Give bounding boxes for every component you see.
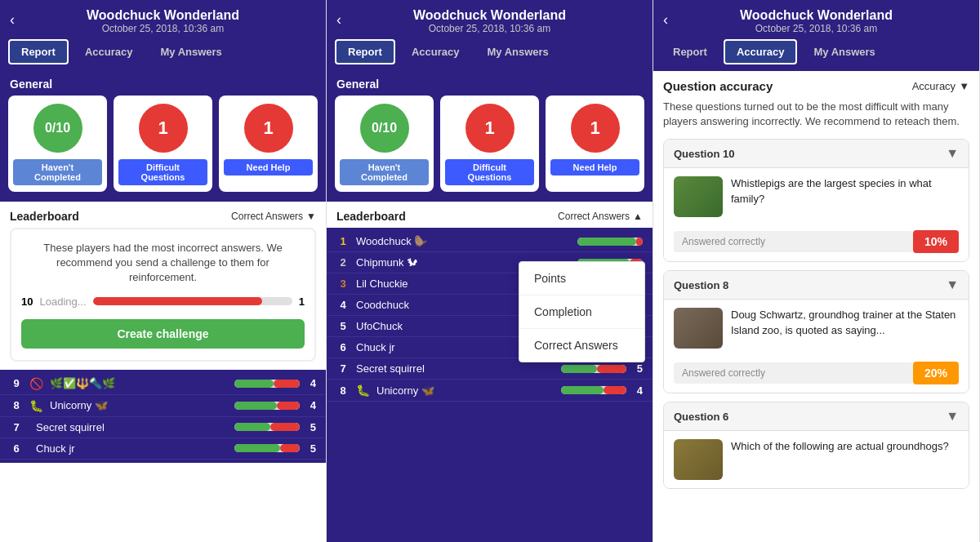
loading-row-1: 10 Loading... 1 [21,295,305,308]
panel3-header: ‹ Woodchuck Wonderland October 25, 2018,… [653,0,979,39]
bar-red-1 [636,238,643,246]
bar-red-8 [604,386,626,394]
tab-accuracy-2[interactable]: Accuracy [400,39,471,64]
panel1-header: ‹ Woodchuck Wonderland October 25, 2018,… [0,0,326,39]
label-needhelp-1: Need Help [224,159,313,175]
stats-row-1: 0/10 Haven't Completed 1 Difficult Quest… [0,96,326,202]
accuracy-section: Question accuracy Accuracy ▼ These quest… [653,71,979,505]
question-body-8: Doug Schwartz, groundhog trainer at the … [664,300,969,357]
leaderboard-header-2: Leaderboard Correct Answers ▲ [327,202,653,228]
table-row: 6 Chuck jr 5 [0,438,326,460]
create-challenge-btn-1[interactable]: Create challenge [21,319,305,349]
panel1-tabs: Report Accuracy My Answers [0,39,326,71]
question-body-10: Whistlepigs are the largest species in w… [664,168,969,225]
bar-green-6-1 [234,444,280,452]
sort-dropdown: Points Completion Correct Answers [519,261,645,362]
rank-3: 3 [336,278,350,290]
circle-difficult-2: 1 [466,104,514,153]
chevron-down-icon-6[interactable]: ▼ [946,409,959,424]
question-text-6: Which of the following are actual ground… [731,439,959,480]
tab-myanswers-2[interactable]: My Answers [475,39,559,64]
bar-red-7 [597,365,626,373]
back-arrow-2[interactable]: ‹ [336,11,341,29]
accuracy-title: Question accuracy [663,79,773,93]
rank-6: 6 [336,341,350,353]
accuracy-desc: These questions turned out to be the mos… [663,100,969,129]
stat-needhelp-2: 1 Need Help [546,96,644,192]
filter-label: Accuracy [912,80,956,92]
tab-accuracy-3[interactable]: Accuracy [724,39,798,64]
score-7-1: 5 [305,421,316,433]
tab-report-1[interactable]: Report [8,39,69,64]
bar-stack-7-1 [234,423,300,431]
bar-red-6-1 [280,444,300,452]
dropdown-item-correct[interactable]: Correct Answers [519,329,644,362]
sort-label-2: Correct Answers [558,211,630,222]
panel3-title: Woodchuck Wonderland [653,8,979,23]
rank-6-1: 6 [10,442,23,455]
tab-myanswers-3[interactable]: My Answers [802,39,886,64]
circle-havent-text-2: 0/10 [372,121,397,136]
bar-red-7-1 [270,423,300,431]
player-name-7: Secret squirrel [356,362,555,375]
sort-icon-1: ▼ [306,211,316,222]
bar-stack-8 [561,386,626,394]
filter-chevron-icon: ▼ [959,80,969,92]
leaderboard-title-1: Leaderboard [10,210,79,223]
bar-8-1: 4 [234,399,316,411]
question-num-10: Question 10 [674,148,734,160]
circle-difficult-1: 1 [139,104,188,153]
bar-green-8-1 [234,402,277,410]
bar-7-1: 5 [234,421,316,433]
question-text-8: Doug Schwartz, groundhog trainer at the … [731,308,959,349]
rank-9: 9 [10,377,23,389]
accuracy-filter[interactable]: Accuracy ▼ [912,80,969,92]
leaderboard-title-2: Leaderboard [336,210,406,223]
question-img-6 [674,439,723,480]
sort-btn-1[interactable]: Correct Answers ▼ [231,211,316,222]
progress-bar-1 [93,297,292,305]
back-arrow-1[interactable]: ‹ [10,11,15,29]
bar-red-8-1 [277,402,300,410]
question-card-10: Question 10 ▼ Whistlepigs are the larges… [663,139,969,262]
dropdown-item-completion[interactable]: Completion [519,295,644,329]
rank-7-1: 7 [10,421,23,433]
panel2-subtitle: October 25, 2018, 10:36 am [327,23,653,34]
dropdown-item-points[interactable]: Points [519,262,644,295]
chevron-down-icon-10[interactable]: ▼ [946,146,959,161]
bar-9: 4 [234,377,316,389]
sort-label-1: Correct Answers [231,211,303,222]
question-num-6: Question 6 [674,411,728,423]
bar-green-7-1 [234,423,270,431]
player-icon-8-1: 🐛 [29,399,43,412]
player-name-8-1: Unicorny 🦋 [50,399,228,411]
panel1-title: Woodchuck Wonderland [0,8,326,23]
progress-fill-1 [93,297,263,305]
answer-row-8: Answered correctly 20% [664,357,969,393]
circle-difficult-text-2: 1 [484,118,494,139]
stat-difficult-2: 1 Difficult Questions [440,96,539,192]
tab-report-3[interactable]: Report [662,39,719,64]
bar-1 [577,238,643,246]
circle-difficult-text-1: 1 [158,118,167,139]
bar-8: 4 [561,384,643,397]
question-img-10 [674,176,723,217]
label-havent-1: Haven't Completed [13,159,102,185]
accuracy-header: Question accuracy Accuracy ▼ [663,79,969,93]
tab-myanswers-1[interactable]: My Answers [149,39,233,64]
chevron-down-icon-8[interactable]: ▼ [946,278,959,292]
question-card-6: Question 6 ▼ Which of the following are … [663,402,969,489]
stat-havent-2: 0/10 Haven't Completed [335,96,434,192]
rank-5: 5 [336,320,350,332]
back-arrow-3[interactable]: ‹ [663,11,668,29]
percent-8: 20% [913,362,959,384]
table-row: 1 Woodchuck 🦫 [327,231,653,252]
bar-green-7 [561,365,597,373]
panel1-subtitle: October 25, 2018, 10:36 am [0,23,326,34]
rank-1: 1 [336,235,350,247]
tab-accuracy-1[interactable]: Accuracy [74,39,145,64]
sort-btn-2[interactable]: Correct Answers ▲ [558,211,643,222]
bar-stack-7 [561,365,626,373]
player-list-1: 9 🚫 🌿✅🔱🔦🌿 4 8 🐛 Unicorny 🦋 [0,370,326,463]
tab-report-2[interactable]: Report [335,39,395,64]
